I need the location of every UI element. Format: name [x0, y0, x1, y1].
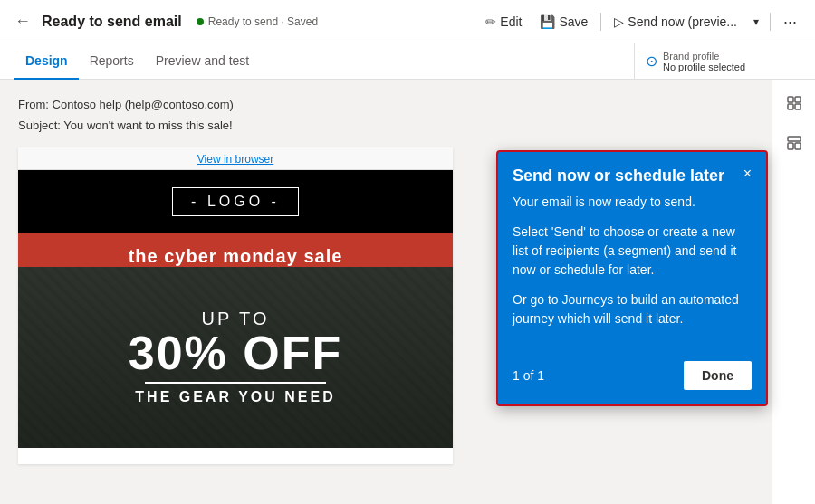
popup-header: Send now or schedule later ×: [498, 152, 766, 193]
email-body: View in browser - LOGO - the cyber monda…: [18, 147, 453, 464]
popup-footer: 1 of 1 Done: [498, 350, 766, 404]
sidebar-layout-icon[interactable]: [778, 127, 810, 159]
tab-reports[interactable]: Reports: [79, 43, 145, 80]
more-options-button[interactable]: ···: [776, 8, 804, 35]
brand-label: Brand profile: [663, 51, 745, 62]
email-image-section: UP TO 30% OFF THE GEAR YOU NEED: [18, 267, 453, 448]
sale-text: UP TO 30% OFF THE GEAR YOU NEED: [129, 309, 343, 405]
back-button[interactable]: ←: [11, 8, 34, 34]
view-browser-link[interactable]: View in browser: [197, 153, 273, 166]
email-red-section: the cyber monday sale: [18, 233, 453, 267]
cyber-monday-text: the cyber monday sale: [36, 246, 435, 267]
right-sidebar: [772, 80, 815, 504]
email-header: - LOGO -: [18, 170, 453, 233]
svg-rect-4: [788, 137, 801, 141]
button-divider: [600, 13, 601, 31]
top-bar-actions: ✏ Edit 💾 Save ▷ Send now (previe... ▾ ··…: [478, 8, 804, 35]
status-dot: [197, 18, 204, 25]
email-from: From: Contoso help (help@contoso.com): [18, 94, 753, 115]
popup-intro: Your email is now ready to send.: [513, 193, 752, 212]
email-subject: Subject: You won't want to miss this sal…: [18, 115, 753, 136]
tab-preview[interactable]: Preview and test: [145, 43, 261, 80]
percent-off-text: 30% OFF: [129, 329, 343, 376]
popup-close-button[interactable]: ×: [736, 166, 752, 181]
logo-box: - LOGO -: [172, 187, 299, 216]
brand-profile-bar: ⊙ Brand profile No profile selected: [634, 43, 815, 80]
svg-rect-3: [795, 104, 801, 109]
svg-rect-2: [788, 104, 793, 109]
svg-rect-0: [788, 97, 793, 102]
divider-line: [145, 382, 326, 384]
send-icon: ▷: [614, 14, 624, 29]
edit-button[interactable]: ✏ Edit: [478, 9, 529, 34]
save-button[interactable]: 💾 Save: [532, 9, 595, 34]
main-area: From: Contoso help (help@contoso.com) Su…: [0, 80, 815, 504]
svg-rect-6: [795, 143, 801, 149]
email-meta: From: Contoso help (help@contoso.com) Su…: [18, 94, 753, 137]
popup-body: Your email is now ready to send. Select …: [498, 193, 766, 350]
view-browser-bar: View in browser: [18, 147, 453, 170]
send-chevron-button[interactable]: ▾: [748, 10, 764, 33]
page-title: Ready to send email: [42, 14, 182, 30]
send-button[interactable]: ▷ Send now (previe...: [607, 9, 744, 34]
save-icon: 💾: [540, 14, 555, 29]
nav-row: Design Reports Preview and test ⊙ Brand …: [0, 43, 815, 80]
button-divider-2: [770, 13, 771, 31]
popup-body1: Select 'Send' to choose or create a new …: [513, 223, 752, 280]
svg-rect-1: [795, 97, 801, 102]
brand-icon: ⊙: [646, 52, 657, 70]
gear-text: THE GEAR YOU NEED: [129, 389, 343, 405]
edit-icon: ✏: [485, 14, 496, 29]
top-bar: ← Ready to send email Ready to send · Sa…: [0, 0, 815, 43]
status-text: Ready to send · Saved: [208, 15, 318, 28]
svg-rect-5: [788, 143, 793, 149]
sidebar-contacts-icon[interactable]: [778, 87, 810, 119]
send-schedule-popup: Send now or schedule later × Your email …: [496, 150, 768, 406]
nav-tabs: Design Reports Preview and test: [0, 43, 634, 80]
popup-counter: 1 of 1: [513, 368, 544, 383]
done-button[interactable]: Done: [684, 361, 752, 390]
status-indicator: Ready to send · Saved: [197, 15, 318, 28]
popup-body2: Or go to Journeys to build an automated …: [513, 290, 752, 328]
tab-design[interactable]: Design: [14, 43, 79, 80]
brand-sublabel: No profile selected: [663, 62, 745, 72]
popup-title: Send now or schedule later: [513, 166, 736, 185]
